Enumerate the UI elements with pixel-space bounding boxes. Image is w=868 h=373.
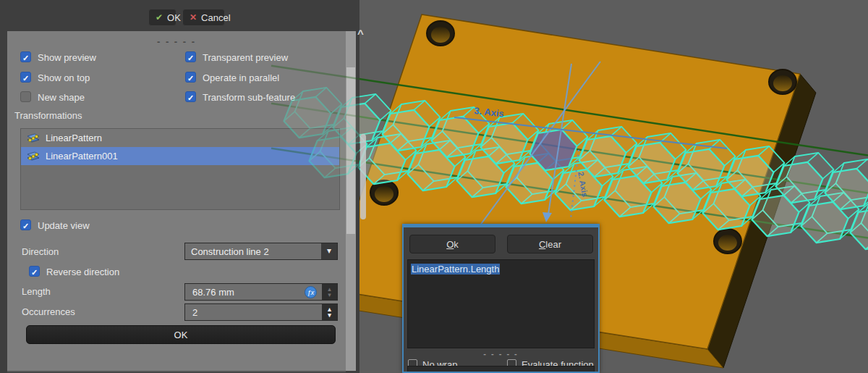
dialog-splitter-handle[interactable]: - - - - - [404,349,598,358]
viewport-scroll-sliver[interactable] [360,134,366,219]
dialog-clear-button[interactable]: Clear [507,235,593,253]
expression-value: LinearPattern.Length [411,264,500,274]
dialog-result-field[interactable] [407,366,595,372]
expression-text-area[interactable]: LinearPattern.Length [407,259,595,348]
dialog-ok-label: Ok [446,239,459,250]
dialog-clear-label: Clear [539,239,561,250]
expression-editor-dialog: Ok Clear LinearPattern.Length - - - - - … [402,224,600,373]
scroll-up-chevron-icon[interactable]: ^ [357,28,364,40]
dialog-ok-button[interactable]: Ok [409,235,495,253]
